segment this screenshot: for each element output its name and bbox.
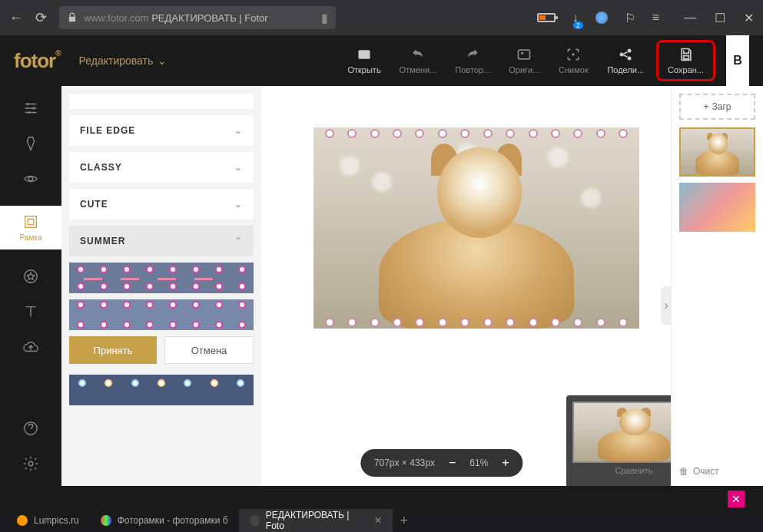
ad-close-button[interactable]: ✕ [728,491,745,507]
svg-point-7 [28,177,33,181]
category-cute[interactable]: CUTE⌄ [69,189,254,220]
zoom-in-button[interactable]: + [502,456,509,470]
rail-cloud[interactable] [22,339,39,355]
minimap[interactable]: Сравнить ↘ [566,395,671,486]
svg-point-3 [572,53,575,55]
zoom-out-button[interactable]: − [449,456,456,470]
chevron-down-icon: ⌄ [158,55,167,67]
thumbnail-1[interactable] [679,127,755,177]
cancel-button[interactable]: Отмена [164,336,254,364]
rail-frame[interactable]: Рамка [0,206,61,249]
snapshot-button[interactable]: Снимок [552,44,595,78]
category-summer[interactable]: SUMMER⌃ [69,226,254,256]
new-tab-button[interactable]: + [393,513,416,529]
reload-button[interactable]: ⟳ [35,9,47,26]
rail-effect[interactable] [22,135,39,152]
favicon [250,515,260,526]
logo[interactable]: fotor® [14,49,61,73]
save-button[interactable]: Сохран... [662,44,710,78]
rail-settings[interactable] [22,455,39,472]
empty-category[interactable] [69,94,254,109]
rail-adjust[interactable] [22,100,39,117]
undo-button[interactable]: Отмени... [393,44,443,78]
rail-help[interactable] [22,420,39,437]
chevron-down-icon: ⌄ [234,199,243,210]
category-classy[interactable]: CLASSY⌄ [69,152,254,183]
frames-panel: FILE EDGE⌄ CLASSY⌄ CUTE⌄ SUMMER⌃ Принять… [61,86,261,486]
tab-close-button[interactable]: ✕ [374,515,382,526]
browser-tabstrip: Lumpics.ru Фоторамки - фоторамки б РЕДАК… [0,509,763,532]
bookmarks-icon[interactable]: ⚐ [625,11,635,25]
close-window-button[interactable]: ✕ [744,11,754,25]
main-area: Рамка FILE EDGE⌄ CLASSY⌄ CUTE⌄ SUMMER⌃ П… [0,86,763,486]
extension-icon[interactable] [595,12,608,24]
downloads-button[interactable]: ↓2 [572,11,579,25]
canvas-image[interactable] [313,127,639,329]
open-button[interactable]: Открыть [341,44,386,78]
zoom-bar: 707px × 433px − 61% + [360,449,523,477]
frame-preset-1[interactable] [69,263,254,293]
tab-1[interactable]: Lumpics.ru [6,509,90,532]
clear-button[interactable]: 🗑Очист [679,466,755,477]
zoom-value: 61% [469,458,488,468]
frame-overlay-bottom [313,316,639,329]
favicon [17,515,28,526]
svg-point-2 [521,52,523,55]
svg-point-6 [628,57,632,61]
collapse-right-panel[interactable]: › [661,286,672,325]
svg-rect-1 [519,50,530,59]
compare-label: Сравнить [572,466,671,475]
share-button[interactable]: Подели... [601,44,650,78]
minimize-button[interactable]: — [684,11,696,25]
frame-preset-2[interactable] [69,299,254,330]
chevron-down-icon: ⌄ [234,162,243,173]
browser-titlebar: ← ⟳ www.fotor.com РЕДАКТИРОВАТЬ | Fotor … [0,0,763,35]
svg-rect-8 [25,216,37,228]
plus-icon: + [704,101,709,112]
favicon [101,515,111,526]
tab-3[interactable]: РЕДАКТИРОВАТЬ | Foto✕ [239,509,393,532]
redo-button[interactable]: Повтор... [449,44,496,78]
bookmark-icon[interactable]: ▮ [321,11,328,25]
lock-icon [67,12,78,23]
chevron-up-icon: ⌃ [234,236,243,246]
battery-icon [537,13,556,22]
trash-icon: 🗑 [679,466,688,477]
frame-preset-3[interactable] [69,375,254,405]
tab-2[interactable]: Фоторамки - фоторамки б [90,509,239,532]
svg-rect-9 [28,219,33,224]
app-header: fotor® Редактировать⌄ Открыть Отмени... … [0,35,763,86]
back-button[interactable]: ← [9,10,23,26]
apply-button[interactable]: Принять [69,336,157,364]
svg-point-12 [28,461,33,466]
svg-point-4 [620,53,624,57]
left-rail: Рамка [0,86,61,486]
frame-overlay-top [313,127,639,140]
thumbnail-2[interactable] [679,183,755,232]
rail-text[interactable] [22,303,39,320]
ad-bar: ✕ [0,486,763,512]
menu-button[interactable]: ≡ [652,11,659,25]
upload-button[interactable]: +Загр [679,94,755,120]
url-bar[interactable]: www.fotor.com РЕДАКТИРОВАТЬ | Fotor ▮ [59,6,336,29]
maximize-button[interactable]: ☐ [715,11,725,25]
category-file-edge[interactable]: FILE EDGE⌄ [69,115,254,146]
save-button-highlight: Сохран... [656,40,715,81]
original-button[interactable]: Ориги... [503,44,546,78]
canvas-dimensions: 707px × 433px [374,458,435,468]
canvas-area[interactable]: 707px × 433px − 61% + Сравнить ↘ [261,86,671,486]
mode-dropdown[interactable]: Редактировать⌄ [79,55,168,67]
url-text: www.fotor.com РЕДАКТИРОВАТЬ | Fotor [84,12,268,24]
rail-sticker[interactable] [22,268,39,285]
rail-beauty[interactable] [22,170,39,187]
svg-point-5 [628,49,632,53]
header-right-letter[interactable]: В [726,35,749,86]
chevron-down-icon: ⌄ [234,125,243,136]
right-panel: › +Загр 🗑Очист [671,86,763,486]
